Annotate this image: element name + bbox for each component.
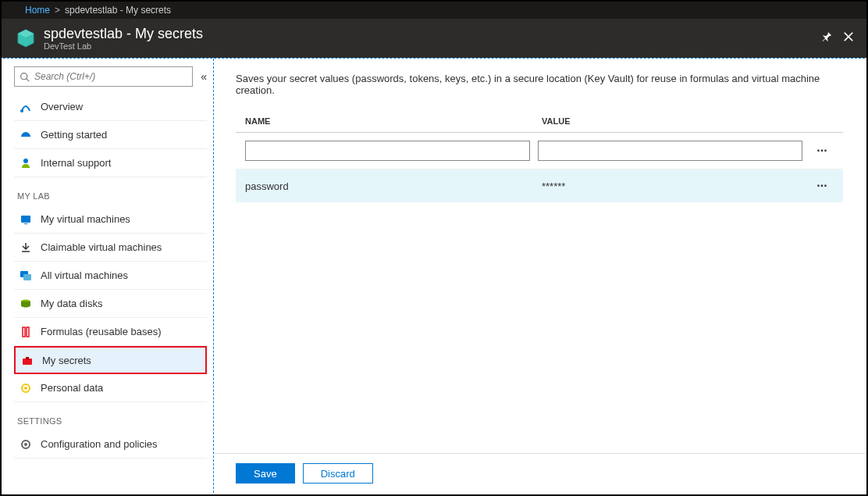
breadcrumb-home[interactable]: Home — [25, 5, 50, 16]
description-text: Saves your secret values (passwords, tok… — [236, 73, 843, 96]
sidebar-item-label: Claimable virtual machines — [41, 241, 162, 253]
sidebar-item-label: Internal support — [41, 157, 111, 169]
claim-icon — [19, 241, 33, 255]
collapse-sidebar-icon[interactable]: « — [201, 70, 207, 83]
sidebar-item-label: Getting started — [41, 129, 107, 141]
svg-point-7 — [23, 159, 28, 163]
sidebar-item-personal-data[interactable]: Personal data — [14, 374, 207, 402]
svg-rect-16 — [26, 357, 29, 359]
main-panel: Saves your secret values (passwords, tok… — [214, 59, 865, 493]
config-icon — [19, 437, 33, 451]
sidebar-item-getting-started[interactable]: Getting started — [14, 121, 207, 149]
breadcrumb: Home > spdevtestlab - My secrets — [2, 2, 866, 19]
formula-icon — [19, 325, 33, 339]
secret-row[interactable]: password ****** ··· — [236, 169, 843, 202]
sidebar-item-config-policies[interactable]: Configuration and policies — [14, 430, 207, 459]
secrets-table-header: NAME VALUE — [236, 110, 843, 133]
personal-icon — [19, 381, 33, 395]
svg-rect-13 — [23, 327, 25, 337]
vm-icon — [19, 212, 33, 227]
disk-icon — [19, 297, 33, 311]
sidebar-item-label: Personal data — [41, 382, 103, 394]
lab-icon — [16, 28, 36, 48]
col-name: NAME — [245, 116, 542, 126]
col-value: VALUE — [542, 116, 810, 126]
svg-line-5 — [27, 78, 29, 80]
blade-body: Search (Ctrl+/) « Overview Getting start… — [3, 58, 865, 493]
sidebar-item-internal-support[interactable]: Internal support — [14, 149, 207, 177]
row-more-icon[interactable]: ··· — [810, 179, 834, 193]
svg-rect-14 — [27, 327, 29, 337]
svg-point-18 — [24, 387, 27, 390]
search-placeholder: Search (Ctrl+/) — [34, 71, 95, 82]
secret-icon — [20, 353, 34, 367]
discard-button[interactable]: Discard — [303, 463, 373, 484]
sidebar-item-label: Overview — [41, 101, 83, 112]
blade-subtitle: DevTest Lab — [44, 41, 821, 51]
sidebar-item-label: All virtual machines — [41, 269, 128, 281]
sidebar-item-label: Formulas (reusable bases) — [41, 326, 162, 337]
svg-rect-11 — [23, 274, 31, 280]
overview-icon — [19, 100, 33, 114]
svg-rect-9 — [24, 223, 27, 224]
search-input[interactable]: Search (Ctrl+/) — [14, 66, 193, 87]
pin-icon[interactable] — [821, 31, 832, 45]
section-settings: SETTINGS — [17, 416, 207, 426]
new-row-more-icon[interactable]: ··· — [810, 144, 834, 158]
footer-actions: Save Discard — [214, 453, 865, 493]
section-mylab: MY LAB — [17, 191, 207, 201]
sidebar-item-claimable-vms[interactable]: Claimable virtual machines — [14, 234, 207, 262]
sidebar-item-my-secrets[interactable]: My secrets — [14, 346, 207, 374]
secret-name: password — [245, 180, 542, 192]
blade-header: spdevtestlab - My secrets DevTest Lab — [2, 19, 866, 58]
new-secret-value-input[interactable] — [538, 141, 802, 161]
save-button[interactable]: Save — [236, 463, 295, 484]
sidebar: Search (Ctrl+/) « Overview Getting start… — [3, 59, 214, 493]
sidebar-item-label: My secrets — [42, 355, 91, 366]
new-secret-row: ··· — [236, 133, 843, 169]
sidebar-item-label: Configuration and policies — [41, 438, 158, 450]
svg-point-20 — [24, 443, 27, 446]
sidebar-item-overview[interactable]: Overview — [14, 93, 207, 121]
blade-title: spdevtestlab - My secrets — [44, 26, 821, 41]
sidebar-item-formulas[interactable]: Formulas (reusable bases) — [14, 318, 207, 346]
support-icon — [19, 156, 33, 170]
svg-point-6 — [20, 109, 23, 112]
sidebar-item-data-disks[interactable]: My data disks — [14, 290, 207, 318]
breadcrumb-current: spdevtestlab - My secrets — [65, 5, 171, 16]
new-secret-name-input[interactable] — [245, 141, 530, 161]
svg-rect-8 — [21, 216, 30, 223]
breadcrumb-separator: > — [55, 5, 60, 16]
close-icon[interactable] — [843, 31, 854, 45]
svg-rect-15 — [23, 359, 32, 365]
secret-value: ****** — [542, 180, 810, 192]
sidebar-item-my-vms[interactable]: My virtual machines — [14, 205, 207, 234]
all-vm-icon — [19, 269, 33, 283]
sidebar-item-label: My data disks — [41, 298, 102, 309]
svg-point-4 — [21, 73, 27, 79]
sidebar-item-label: My virtual machines — [41, 213, 130, 225]
sidebar-item-all-vms[interactable]: All virtual machines — [14, 262, 207, 290]
getting-started-icon — [19, 128, 33, 142]
